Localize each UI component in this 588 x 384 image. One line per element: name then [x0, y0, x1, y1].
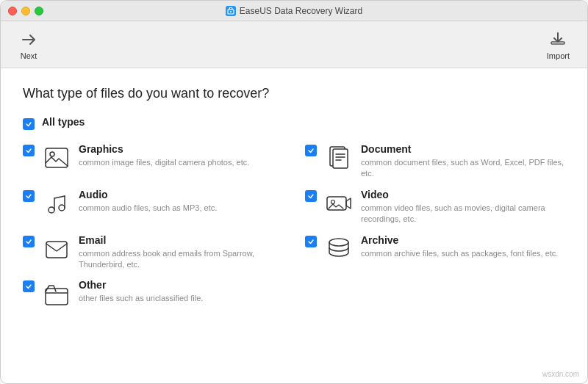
svg-rect-3 — [46, 148, 68, 167]
svg-rect-6 — [333, 149, 348, 168]
next-label: Next — [21, 51, 37, 60]
graphics-desc: common image files, digital camera photo… — [79, 157, 283, 168]
other-icon — [42, 279, 71, 308]
all-types-label: All types — [42, 116, 85, 128]
audio-icon — [42, 189, 71, 218]
list-item: Graphics common image files, digital cam… — [23, 143, 283, 180]
archive-desc: common archive files, such as packages, … — [361, 248, 565, 259]
other-checkbox[interactable] — [23, 280, 35, 292]
svg-point-17 — [329, 239, 348, 246]
window-title: EaseUS Data Recovery Wizard — [226, 6, 362, 16]
import-icon — [548, 29, 568, 50]
page-title: What type of files do you want to recove… — [23, 86, 565, 101]
svg-point-1 — [230, 11, 232, 12]
all-types-checkbox[interactable] — [23, 118, 35, 130]
svg-point-10 — [49, 207, 54, 213]
archive-info: Archive common archive files, such as pa… — [361, 234, 565, 259]
next-icon — [18, 29, 39, 50]
audio-desc: common audio files, such as MP3, etc. — [79, 203, 283, 214]
video-icon — [324, 189, 354, 218]
other-info: Other other files such as unclassified f… — [79, 279, 283, 304]
archive-checkbox[interactable] — [305, 236, 317, 247]
email-checkbox[interactable] — [23, 236, 35, 247]
traffic-lights — [8, 7, 43, 15]
graphics-checkbox[interactable] — [23, 145, 35, 156]
import-label: Import — [547, 51, 570, 60]
list-item: Email common address book and emails fro… — [23, 234, 283, 271]
document-name: Document — [361, 143, 565, 155]
document-info: Document common document files, such as … — [361, 143, 565, 180]
next-button[interactable]: Next — [12, 25, 45, 65]
svg-point-4 — [50, 152, 54, 156]
video-checkbox[interactable] — [305, 190, 317, 202]
list-item: Other other files such as unclassified f… — [23, 279, 283, 308]
email-icon — [42, 234, 71, 264]
video-info: Video common video files, such as movies… — [361, 189, 565, 225]
svg-rect-18 — [46, 289, 68, 305]
toolbar: Next Import — [1, 21, 587, 68]
document-icon — [324, 143, 354, 173]
graphics-info: Graphics common image files, digital cam… — [79, 143, 283, 168]
title-bar: EaseUS Data Recovery Wizard — [1, 1, 587, 21]
watermark: wsxdn.com — [542, 370, 579, 378]
audio-name: Audio — [79, 189, 283, 200]
list-item: Audio common audio files, such as MP3, e… — [23, 189, 283, 225]
email-info: Email common address book and emails fro… — [79, 234, 283, 271]
list-item: Archive common archive files, such as pa… — [305, 234, 565, 271]
archive-icon — [324, 234, 354, 264]
content-area: What type of files do you want to recove… — [1, 68, 587, 384]
list-item: Video common video files, such as movies… — [305, 189, 565, 225]
graphics-name: Graphics — [79, 143, 283, 155]
svg-point-15 — [331, 200, 335, 203]
file-types-grid: Graphics common image files, digital cam… — [23, 143, 565, 308]
maximize-button[interactable] — [35, 7, 43, 15]
all-types-row: All types — [23, 116, 565, 130]
import-button[interactable]: Import — [541, 25, 576, 65]
app-icon — [226, 6, 236, 16]
close-button[interactable] — [8, 7, 17, 15]
video-desc: common video files, such as movies, digi… — [361, 203, 565, 225]
audio-checkbox[interactable] — [23, 190, 35, 202]
audio-info: Audio common audio files, such as MP3, e… — [79, 189, 283, 214]
email-name: Email — [79, 234, 283, 246]
document-desc: common document files, such as Word, Exc… — [361, 157, 565, 180]
minimize-button[interactable] — [21, 7, 30, 15]
archive-name: Archive — [361, 234, 565, 246]
other-desc: other files such as unclassified file. — [79, 293, 283, 304]
document-checkbox[interactable] — [305, 145, 317, 156]
list-item: Document common document files, such as … — [305, 143, 565, 180]
other-name: Other — [79, 279, 283, 291]
email-desc: common address book and emails from Spar… — [79, 248, 283, 271]
svg-rect-14 — [327, 197, 346, 210]
svg-rect-16 — [46, 242, 67, 258]
video-name: Video — [361, 189, 565, 200]
svg-point-11 — [59, 205, 65, 211]
graphics-icon — [42, 143, 71, 173]
